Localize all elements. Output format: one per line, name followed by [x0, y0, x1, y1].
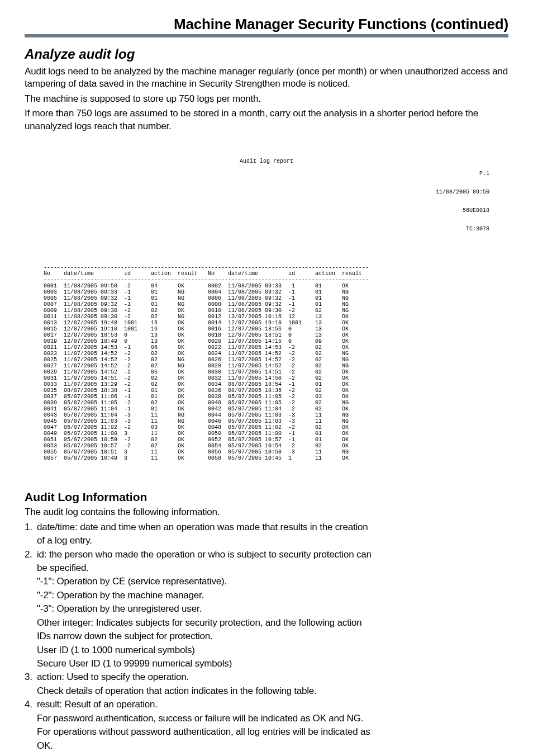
intro-para-1: Audit logs need to be analyzed by the ma… — [25, 65, 508, 91]
audit-item-4d: OK. — [37, 740, 508, 752]
audit-item-2b: be specified. — [37, 562, 508, 574]
audit-info-intro: The audit log contains the following inf… — [25, 506, 508, 518]
report-meta-0: P.1 — [341, 171, 489, 177]
audit-item-4b: For password authentication, success or … — [37, 712, 508, 725]
report-body: ----------------------------------------… — [44, 264, 489, 461]
section-heading: Analyze audit log — [25, 46, 508, 62]
audit-info-heading: Audit Log Information — [25, 490, 508, 504]
audit-item-2-sub4b: IDs narrow down the subject for protecti… — [37, 630, 508, 642]
report-meta-2: 56UE0018 — [341, 207, 489, 214]
audit-log-report: Audit log report P.1 11/08/2005 09:50 56… — [44, 146, 489, 474]
header-bar: Machine Manager Security Functions (cont… — [25, 16, 508, 37]
audit-item-2-sub5: User ID (1 to 1000 numerical symbols) — [37, 644, 508, 656]
audit-item-2-sub2: "-2": Operation by the machine manager. — [37, 589, 508, 602]
report-meta-3: TC:3078 — [341, 226, 489, 232]
audit-item-2-sub1: "-1": Operation by CE (service represent… — [37, 575, 508, 588]
intro-para-2: The machine is supposed to store up 750 … — [25, 93, 508, 105]
audit-item-3b: Check details of operation that action i… — [37, 685, 508, 697]
audit-item-2-sub4a: Other integer: Indicates subjects for se… — [37, 617, 508, 629]
audit-item-3: 3.action: Used to specify the operation. — [25, 671, 508, 683]
audit-item-1b: of a log entry. — [37, 535, 508, 547]
audit-item-2: 2.id: the person who made the operation … — [25, 549, 508, 561]
report-title: Audit log report — [192, 158, 341, 164]
audit-item-4c: For operations without password authenti… — [37, 726, 508, 738]
audit-item-1: 1.date/time: date and time when an opera… — [25, 521, 508, 533]
intro-para-3: If more than 750 logs are assumed to be … — [25, 107, 508, 133]
audit-item-2-sub3: "-3": Operation by the unregistered user… — [37, 603, 508, 615]
audit-item-2-sub6: Secure User ID (1 to 99999 numerical sym… — [37, 658, 508, 670]
audit-item-4: 4.result: Result of an operation. — [25, 698, 508, 711]
report-meta-1: 11/08/2005 09:50 — [341, 189, 489, 195]
header-title: Machine Manager Security Functions (cont… — [174, 16, 508, 32]
